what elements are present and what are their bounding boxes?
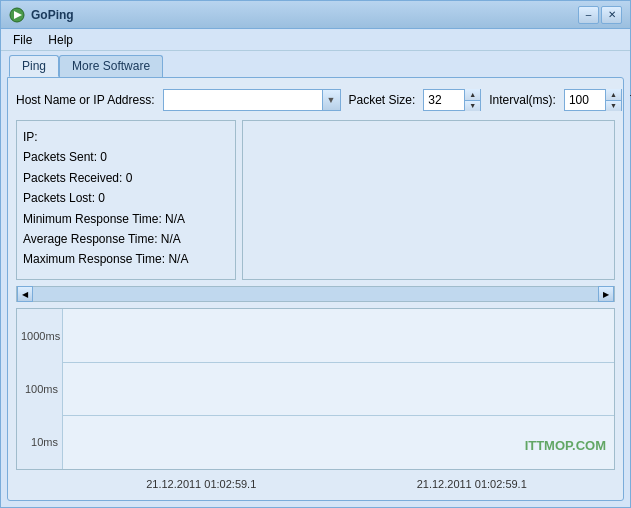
y-label-1000ms: 1000ms <box>21 330 58 342</box>
tab-ping[interactable]: Ping <box>9 55 59 77</box>
chart-y-labels: 1000ms 100ms 10ms <box>17 309 62 469</box>
stats-panel: IP: Packets Sent: 0 Packets Received: 0 … <box>16 120 236 280</box>
chart-row-1 <box>63 309 614 363</box>
minimize-button[interactable]: – <box>578 6 599 24</box>
interval-label: Interval(ms): <box>489 93 556 107</box>
ip-label: IP: <box>23 130 38 144</box>
interval-down[interactable]: ▼ <box>606 101 621 112</box>
watermark: ITTMOP.COM <box>525 438 606 453</box>
chart-row-2 <box>63 363 614 417</box>
packets-received-line: Packets Received: 0 <box>23 168 229 188</box>
packet-size-spinner[interactable]: ▲ ▼ <box>423 89 481 111</box>
app-icon <box>9 7 25 23</box>
interval-up[interactable]: ▲ <box>606 89 621 101</box>
host-dropdown-btn[interactable]: ▼ <box>322 90 340 110</box>
scroll-left-arrow[interactable]: ◀ <box>17 286 33 302</box>
main-window: GoPing – ✕ File Help Ping More Software … <box>0 0 631 508</box>
y-label-100ms: 100ms <box>21 383 58 395</box>
packets-sent-line: Packets Sent: 0 <box>23 147 229 167</box>
chart-x-labels: 21.12.2011 01:02:59.1 21.12.2011 01:02:5… <box>16 476 615 492</box>
packet-size-label: Packet Size: <box>349 93 416 107</box>
content-area: Host Name or IP Address: ▼ Packet Size: … <box>7 77 624 501</box>
packet-size-spinner-buttons: ▲ ▼ <box>464 89 480 111</box>
tabs: Ping More Software <box>1 51 630 77</box>
log-panel <box>242 120 615 280</box>
interval-spinner[interactable]: ▲ ▼ <box>564 89 622 111</box>
max-response-line: Maximum Response Time: N/A <box>23 249 229 269</box>
x-label-right: 21.12.2011 01:02:59.1 <box>417 478 527 490</box>
chart-area: 1000ms 100ms 10ms ITTMOP.COM <box>16 308 615 470</box>
scroll-right-arrow[interactable]: ▶ <box>598 286 614 302</box>
interval-spinner-buttons: ▲ ▼ <box>605 89 621 111</box>
packet-size-down[interactable]: ▼ <box>465 101 480 112</box>
main-panels: IP: Packets Sent: 0 Packets Received: 0 … <box>16 120 615 280</box>
host-input[interactable] <box>164 90 322 110</box>
interval-input[interactable] <box>565 90 605 110</box>
title-bar: GoPing – ✕ <box>1 1 630 29</box>
host-label: Host Name or IP Address: <box>16 93 155 107</box>
title-bar-left: GoPing <box>9 7 74 23</box>
packets-lost-line: Packets Lost: 0 <box>23 188 229 208</box>
packet-size-up[interactable]: ▲ <box>465 89 480 101</box>
tab-more-software[interactable]: More Software <box>59 55 163 77</box>
min-response-line: Minimum Response Time: N/A <box>23 209 229 229</box>
avg-response-line: Average Response Time: N/A <box>23 229 229 249</box>
packet-size-input[interactable] <box>424 90 464 110</box>
title-bar-buttons: – ✕ <box>578 6 622 24</box>
ip-line: IP: <box>23 127 229 147</box>
window-title: GoPing <box>31 8 74 22</box>
scroll-track[interactable] <box>33 287 598 301</box>
close-button[interactable]: ✕ <box>601 6 622 24</box>
y-label-10ms: 10ms <box>21 436 58 448</box>
x-label-left: 21.12.2011 01:02:59.1 <box>146 478 256 490</box>
menubar: File Help <box>1 29 630 51</box>
menu-file[interactable]: File <box>5 31 40 49</box>
menu-help[interactable]: Help <box>40 31 81 49</box>
controls-row: Host Name or IP Address: ▼ Packet Size: … <box>16 86 615 114</box>
host-input-wrapper[interactable]: ▼ <box>163 89 341 111</box>
horizontal-scrollbar[interactable]: ◀ ▶ <box>16 286 615 302</box>
